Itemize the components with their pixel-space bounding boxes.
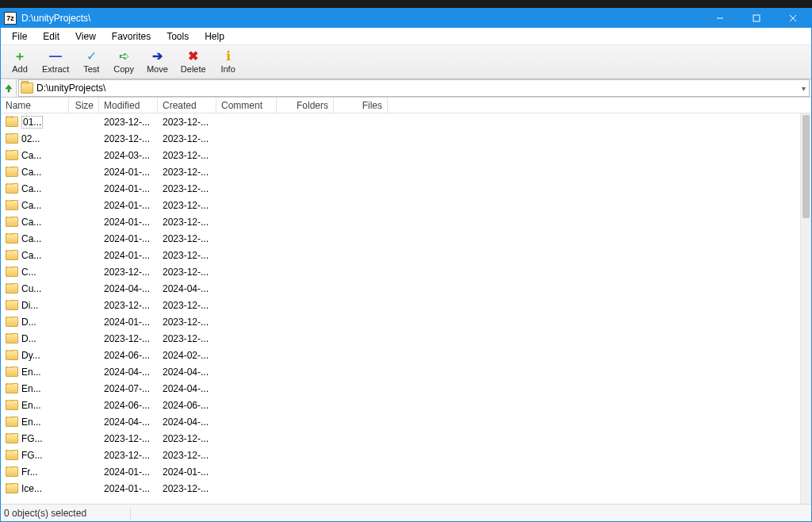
cell-name: Dy... xyxy=(1,350,69,361)
table-row[interactable]: Ca...2024-01-...2023-12-... xyxy=(1,163,800,180)
folder-icon xyxy=(6,133,18,144)
toolbar-info-button[interactable]: ℹInfo xyxy=(213,46,244,78)
menu-tools[interactable]: Tools xyxy=(159,29,197,44)
cell-modified: 2024-01-... xyxy=(99,167,158,178)
toolbar-label: Info xyxy=(220,64,235,74)
table-row[interactable]: En...2024-06-...2024-06-... xyxy=(1,397,800,413)
table-row[interactable]: En...2024-04-...2024-04-... xyxy=(1,413,800,430)
row-name: Ca... xyxy=(21,167,41,178)
row-name: FG... xyxy=(21,450,43,461)
toolbar-label: Copy xyxy=(113,64,134,74)
table-row[interactable]: FG...2023-12-...2023-12-... xyxy=(1,447,800,463)
table-row[interactable]: Cu...2024-04-...2024-04-... xyxy=(1,280,800,297)
folder-icon xyxy=(6,217,18,227)
cell-created: 2024-01-... xyxy=(158,466,216,478)
minimize-button[interactable] xyxy=(702,9,738,28)
address-input[interactable]: D:\unityProjects\ ▾ xyxy=(18,79,810,97)
column-header-modified[interactable]: Modified xyxy=(99,98,158,113)
toolbar-extract-button[interactable]: —Extract xyxy=(36,46,75,78)
cell-modified: 2023-12-... xyxy=(99,450,158,461)
app-icon: 7z xyxy=(4,12,17,25)
table-row[interactable]: 02...2023-12-...2023-12-... xyxy=(1,130,800,147)
cell-modified: 2024-07-... xyxy=(99,383,158,394)
column-header-created[interactable]: Created xyxy=(158,98,216,113)
toolbar-move-button[interactable]: ➔Move xyxy=(140,46,174,78)
main-window: 7z D:\unityProjects\ FileEditViewFavorit… xyxy=(0,8,812,522)
toolbar-copy-button[interactable]: ➪Copy xyxy=(107,46,140,78)
table-row[interactable]: D...2024-01-...2023-12-... xyxy=(1,313,800,330)
cell-modified: 2024-04-... xyxy=(99,416,158,428)
table-row[interactable]: 01...2023-12-...2023-12-... xyxy=(1,113,800,130)
table-row[interactable]: D...2023-12-...2023-12-... xyxy=(1,330,800,347)
cell-name: Cu... xyxy=(1,283,69,294)
up-button[interactable] xyxy=(1,79,17,97)
column-header-name[interactable]: Name xyxy=(1,98,69,113)
menu-view[interactable]: View xyxy=(67,29,104,44)
cell-name: Ca... xyxy=(1,167,69,178)
cell-name: Ca... xyxy=(1,200,69,211)
table-row[interactable]: Dy...2024-06-...2024-02-... xyxy=(1,347,800,363)
maximize-button[interactable] xyxy=(738,9,775,28)
cell-modified: 2024-01-... xyxy=(99,317,158,328)
table-row[interactable]: Di...2023-12-...2023-12-... xyxy=(1,297,800,313)
cell-created: 2023-12-... xyxy=(158,317,216,328)
toolbar-test-button[interactable]: ✓Test xyxy=(75,46,107,78)
row-name: En... xyxy=(21,416,41,428)
cell-name: D... xyxy=(1,317,69,328)
addressbar: D:\unityProjects\ ▾ xyxy=(1,79,811,98)
cell-modified: 2024-04-... xyxy=(99,367,158,378)
add-icon: ＋ xyxy=(13,49,26,63)
table-row[interactable]: Ice...2024-01-...2023-12-... xyxy=(1,480,800,497)
cell-modified: 2024-01-... xyxy=(99,217,158,228)
close-button[interactable] xyxy=(775,9,811,28)
table-row[interactable]: C...2023-12-...2023-12-... xyxy=(1,263,800,280)
vertical-scrollbar[interactable] xyxy=(800,113,811,504)
table-row[interactable]: En...2024-07-...2024-04-... xyxy=(1,380,800,397)
background-strip xyxy=(0,0,812,8)
column-header-size[interactable]: Size xyxy=(69,98,99,113)
column-header-comment[interactable]: Comment xyxy=(216,98,277,113)
column-header-filler xyxy=(388,98,811,113)
column-header-folders[interactable]: Folders xyxy=(277,98,334,113)
cell-modified: 2024-01-... xyxy=(99,183,158,194)
table-row[interactable]: Ca...2024-03-...2023-12-... xyxy=(1,147,800,163)
cell-name: FG... xyxy=(1,450,69,461)
table-row[interactable]: FG...2023-12-...2023-12-... xyxy=(1,430,800,447)
cell-modified: 2024-03-... xyxy=(99,150,158,161)
column-header-row: NameSizeModifiedCreatedCommentFoldersFil… xyxy=(1,98,811,113)
folder-icon xyxy=(6,167,18,177)
cell-name: En... xyxy=(1,383,69,394)
cell-created: 2023-12-... xyxy=(158,250,216,261)
table-row[interactable]: Ca...2024-01-...2023-12-... xyxy=(1,197,800,213)
cell-modified: 2024-06-... xyxy=(99,400,158,411)
table-row[interactable]: Fr...2024-01-...2024-01-... xyxy=(1,463,800,480)
menu-file[interactable]: File xyxy=(4,29,35,44)
row-name: Ca... xyxy=(21,150,41,161)
cell-modified: 2024-01-... xyxy=(99,466,158,478)
toolbar-delete-button[interactable]: ✖Delete xyxy=(174,46,213,78)
folder-icon xyxy=(6,317,18,327)
toolbar-label: Test xyxy=(83,64,99,74)
column-header-files[interactable]: Files xyxy=(334,98,388,113)
table-row[interactable]: Ca...2024-01-...2023-12-... xyxy=(1,247,800,263)
menu-edit[interactable]: Edit xyxy=(35,29,67,44)
row-name: Ca... xyxy=(21,233,41,244)
cell-name: Ca... xyxy=(1,250,69,261)
cell-name: 01... xyxy=(1,116,69,129)
folder-icon xyxy=(6,150,18,160)
cell-created: 2023-12-... xyxy=(158,433,216,444)
table-row[interactable]: En...2024-04-...2024-04-... xyxy=(1,363,800,380)
chevron-down-icon[interactable]: ▾ xyxy=(802,84,806,93)
scrollbar-thumb[interactable] xyxy=(802,115,810,218)
menu-favorites[interactable]: Favorites xyxy=(104,29,159,44)
folder-icon xyxy=(6,433,18,443)
table-row[interactable]: Ca...2024-01-...2023-12-... xyxy=(1,230,800,247)
menu-help[interactable]: Help xyxy=(197,29,232,44)
table-row[interactable]: Ca...2024-01-...2023-12-... xyxy=(1,180,800,197)
toolbar-add-button[interactable]: ＋Add xyxy=(4,46,36,78)
file-list[interactable]: 01...2023-12-...2023-12-...02...2023-12-… xyxy=(1,113,800,504)
menubar: FileEditViewFavoritesToolsHelp xyxy=(1,28,811,45)
cell-created: 2023-12-... xyxy=(158,300,216,311)
titlebar[interactable]: 7z D:\unityProjects\ xyxy=(1,9,811,28)
table-row[interactable]: Ca...2024-01-...2023-12-... xyxy=(1,213,800,230)
